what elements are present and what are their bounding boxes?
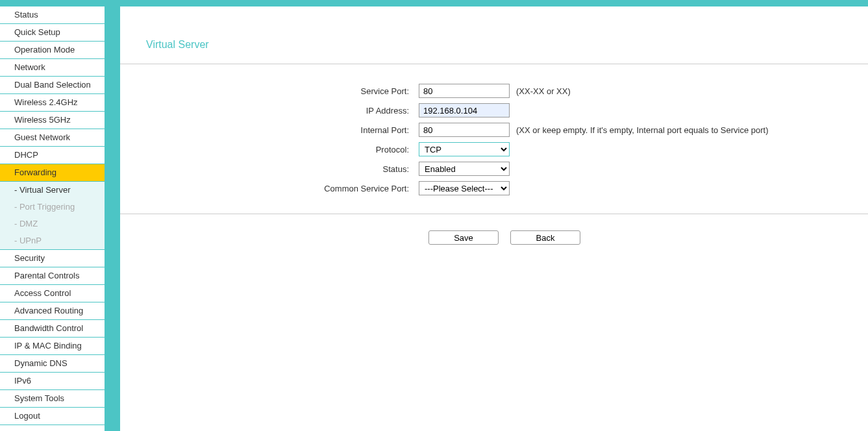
content: Virtual Server Service Port: (XX-XX or X… — [120, 0, 868, 431]
nav-item-parental-controls[interactable]: Parental Controls — [0, 267, 105, 285]
nav-item-wireless-5[interactable]: Wireless 5GHz — [0, 112, 105, 129]
nav-item-advanced-routing[interactable]: Advanced Routing — [0, 302, 105, 320]
label-protocol: Protocol: — [120, 145, 419, 154]
nav-item-logout[interactable]: Logout — [0, 408, 105, 425]
divider-bottom — [120, 214, 868, 214]
nav-item-operation-mode[interactable]: Operation Mode — [0, 42, 105, 59]
row-protocol: Protocol: TCP — [120, 142, 868, 156]
input-ip-address[interactable] — [419, 103, 510, 117]
nav-item-system-tools[interactable]: System Tools — [0, 390, 105, 408]
row-service-port: Service Port: (XX-XX or XX) — [120, 84, 868, 98]
hint-service-port: (XX-XX or XX) — [516, 86, 571, 96]
form-area: Service Port: (XX-XX or XX) IP Address: … — [120, 77, 868, 214]
sub-item-port-triggering[interactable]: - Port Triggering — [0, 199, 105, 216]
nav-item-dhcp[interactable]: DHCP — [0, 147, 105, 164]
content-top-bar — [120, 0, 868, 6]
label-internal-port: Internal Port: — [120, 125, 419, 135]
page-title: Virtual Server — [120, 6, 868, 64]
nav-item-bandwidth-control[interactable]: Bandwidth Control — [0, 320, 105, 338]
divider-top — [120, 64, 868, 64]
nav-item-guest-network[interactable]: Guest Network — [0, 129, 105, 147]
row-internal-port: Internal Port: (XX or keep empty. If it'… — [120, 123, 868, 137]
button-row: Save Back — [120, 230, 868, 245]
nav-item-network[interactable]: Network — [0, 59, 105, 77]
nav-item-access-control[interactable]: Access Control — [0, 285, 105, 302]
select-common-service[interactable]: ---Please Select--- — [419, 181, 510, 195]
sub-nav: - Virtual Server - Port Triggering - DMZ… — [0, 182, 105, 250]
back-button[interactable]: Back — [510, 230, 580, 245]
nav-item-ipv6[interactable]: IPv6 — [0, 373, 105, 390]
label-ip-address: IP Address: — [120, 106, 419, 116]
sub-item-upnp[interactable]: - UPnP — [0, 232, 105, 249]
hint-internal-port: (XX or keep empty. If it's empty, Intern… — [516, 125, 769, 135]
sidebar-top-bar — [0, 0, 105, 6]
sub-item-virtual-server[interactable]: - Virtual Server — [0, 182, 105, 199]
input-service-port[interactable] — [419, 84, 510, 98]
label-common-service: Common Service Port: — [120, 184, 419, 193]
nav-item-dual-band[interactable]: Dual Band Selection — [0, 77, 105, 94]
sidebar: Status Quick Setup Operation Mode Networ… — [0, 0, 107, 431]
nav-item-dynamic-dns[interactable]: Dynamic DNS — [0, 355, 105, 373]
nav-item-security[interactable]: Security — [0, 250, 105, 267]
spacer — [107, 0, 120, 431]
nav-item-wireless-24[interactable]: Wireless 2.4GHz — [0, 94, 105, 112]
sub-item-dmz[interactable]: - DMZ — [0, 216, 105, 232]
nav-item-status[interactable]: Status — [0, 6, 105, 24]
select-status[interactable]: Enabled — [419, 162, 510, 176]
nav-item-forwarding[interactable]: Forwarding — [0, 164, 105, 182]
select-protocol[interactable]: TCP — [419, 142, 510, 156]
input-internal-port[interactable] — [419, 123, 510, 137]
row-common-service: Common Service Port: ---Please Select--- — [120, 181, 868, 195]
row-ip-address: IP Address: — [120, 103, 868, 117]
save-button[interactable]: Save — [428, 230, 499, 245]
nav-item-quick-setup[interactable]: Quick Setup — [0, 24, 105, 42]
nav-item-ip-mac-binding[interactable]: IP & MAC Binding — [0, 338, 105, 355]
label-status: Status: — [120, 164, 419, 174]
row-status: Status: Enabled — [120, 162, 868, 176]
label-service-port: Service Port: — [120, 86, 419, 96]
